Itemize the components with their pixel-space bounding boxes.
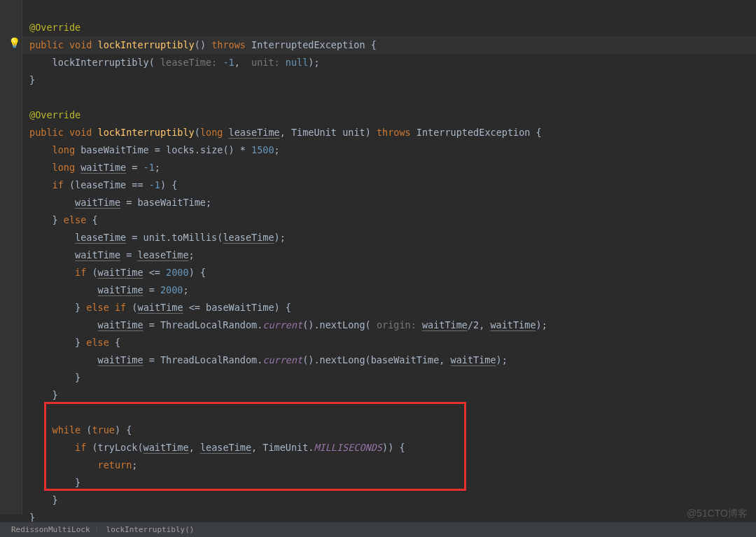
watermark-text: @51CTO博客 bbox=[687, 508, 748, 520]
code-editor[interactable]: @Override public void lockInterruptibly(… bbox=[22, 0, 756, 515]
intention-bulb-icon[interactable]: 💡 bbox=[8, 37, 20, 48]
breadcrumb-item[interactable]: RedissonMultiLock bbox=[7, 525, 94, 534]
annotation: @Override bbox=[29, 109, 80, 120]
breadcrumb-item[interactable]: lockInterruptibly() bbox=[102, 525, 199, 534]
method-name: lockInterruptibly bbox=[98, 127, 195, 138]
breadcrumbs-bar: RedissonMultiLock 〉 lockInterruptibly() bbox=[0, 522, 756, 537]
inlay-hint: leaseTime: bbox=[160, 57, 217, 68]
annotation: @Override bbox=[29, 22, 80, 33]
inlay-hint: origin: bbox=[377, 319, 416, 330]
method-name: lockInterruptibly bbox=[98, 39, 195, 50]
gutter: 💡 bbox=[0, 0, 22, 515]
inlay-hint: unit: bbox=[251, 57, 280, 68]
chevron-right-icon: 〉 bbox=[94, 524, 102, 535]
